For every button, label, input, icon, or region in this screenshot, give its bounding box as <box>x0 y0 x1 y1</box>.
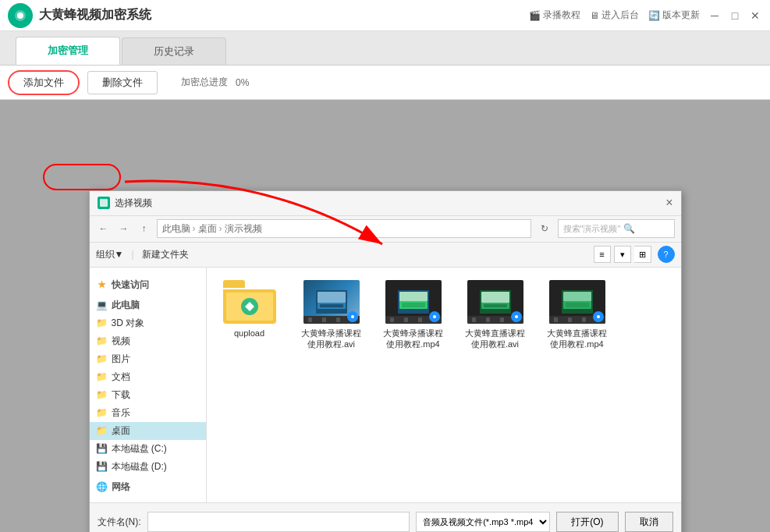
folder-thumbnail <box>222 278 278 325</box>
sidebar-item-music[interactable]: 📁 音乐 <box>90 404 206 422</box>
star-icon: ★ <box>96 278 108 291</box>
video-badge <box>347 311 358 322</box>
svg-rect-25 <box>563 292 591 301</box>
file-item-video1[interactable]: 大黄蜂录播课程使用教程.avi <box>296 275 367 353</box>
file-name-video3: 大黄蜂直播课程使用教程.avi <box>463 328 527 350</box>
file-select-dialog: 选择视频 × ← → ↑ 此电脑 › 桌面 › 演示视频 ↻ <box>89 190 682 533</box>
file-item-video4[interactable]: 大黄蜂直播课程使用教程.mp4 <box>542 275 612 353</box>
add-file-button[interactable]: 添加文件 <box>8 70 80 95</box>
app-title: 大黄蜂视频加密系统 <box>39 7 529 23</box>
folder-video-icon: 📁 <box>96 335 108 347</box>
sidebar-item-desktop[interactable]: 📁 桌面 <box>90 422 206 440</box>
breadcrumb-computer: 此电脑 <box>162 222 190 236</box>
folder-download-icon: 📁 <box>96 388 108 401</box>
refresh-button[interactable]: ↻ <box>536 220 553 237</box>
sidebar-item-videos[interactable]: 📁 视频 <box>90 332 206 350</box>
address-bar: ← → ↑ 此电脑 › 桌面 › 演示视频 ↻ 搜索"演示视频" 🔍 <box>90 216 681 243</box>
file-item-video3[interactable]: 大黄蜂直播课程使用教程.avi <box>460 275 530 353</box>
svg-rect-8 <box>320 304 343 307</box>
sidebar-item-drive-c[interactable]: 💾 本地磁盘 (C:) <box>90 440 206 458</box>
svg-rect-20 <box>484 304 507 307</box>
tab-encryption[interactable]: 加密管理 <box>16 37 120 65</box>
dialog-close-button[interactable]: × <box>665 196 672 210</box>
nav-up-button[interactable]: ↑ <box>137 221 152 236</box>
fm-toolbar: 组织▼ | 新建文件夹 ≡ ▾ ⊞ ? <box>90 243 681 268</box>
sidebar-item-this-pc[interactable]: 💻 此电脑 <box>90 294 206 314</box>
view-list-button[interactable]: ≡ <box>594 246 611 263</box>
tab-history[interactable]: 历史记录 <box>122 37 226 65</box>
svg-point-10 <box>351 315 354 318</box>
sidebar: ★ 快速访问 💻 此电脑 📁 3D 对象 📁 <box>90 268 207 502</box>
fm-body: ★ 快速访问 💻 此电脑 📁 3D 对象 📁 <box>90 268 681 502</box>
titlebar-controls: 🎬 录播教程 🖥 进入后台 🔄 版本更新 <box>529 9 700 22</box>
address-path[interactable]: 此电脑 › 桌面 › 演示视频 <box>157 219 531 238</box>
sidebar-item-drive-d[interactable]: 💾 本地磁盘 (D:) <box>90 458 206 476</box>
open-button[interactable]: 打开(O) <box>556 512 618 532</box>
dialog-overlay: 选择视频 × ← → ↑ 此电脑 › 桌面 › 演示视频 ↻ <box>0 100 770 532</box>
cancel-button[interactable]: 取消 <box>625 512 673 532</box>
delete-file-button[interactable]: 删除文件 <box>87 71 158 94</box>
close-button[interactable]: ✕ <box>748 9 762 23</box>
search-bar[interactable]: 搜索"演示视频" 🔍 <box>558 219 675 238</box>
sidebar-item-pictures[interactable]: 📁 图片 <box>90 350 206 368</box>
dialog-icon <box>98 197 110 209</box>
video2-thumbnail <box>385 278 442 325</box>
folder-music-icon: 📁 <box>96 406 108 419</box>
maximize-button[interactable]: □ <box>728 9 742 23</box>
computer-icon: 💻 <box>96 299 108 311</box>
folder-doc-icon: 📁 <box>96 371 108 383</box>
filetype-select[interactable]: 音频及视频文件(*.mp3 *.mp4 <box>416 512 550 532</box>
video-badge <box>429 311 440 322</box>
svg-point-1 <box>17 12 23 19</box>
app-logo <box>8 3 33 28</box>
help-button[interactable]: ? <box>658 246 675 263</box>
drive-d-icon: 💾 <box>96 460 108 473</box>
sidebar-item-downloads[interactable]: 📁 下载 <box>90 386 206 404</box>
video-badge <box>511 311 522 322</box>
folder-3d-icon: 📁 <box>96 317 108 329</box>
svg-point-22 <box>515 315 518 318</box>
record-tutorial-btn[interactable]: 🎬 录播教程 <box>529 9 580 22</box>
tab-bar: 加密管理 历史记录 <box>0 31 770 66</box>
new-folder-button[interactable]: 新建文件夹 <box>142 248 189 261</box>
nav-back-button[interactable]: ← <box>96 221 112 236</box>
svg-rect-14 <box>402 303 425 307</box>
file-item-qupload[interactable]: qupload <box>215 275 285 353</box>
search-placeholder: 搜索"演示视频" <box>563 223 621 235</box>
view-buttons: ≡ ▾ ⊞ ? <box>594 246 675 263</box>
breadcrumb-folder: 演示视频 <box>225 222 262 236</box>
sidebar-item-quick-access[interactable]: ★ 快速访问 <box>90 274 206 294</box>
sidebar-item-3d[interactable]: 📁 3D 对象 <box>90 314 206 332</box>
network-icon: 🌐 <box>96 481 108 493</box>
view-dropdown-button[interactable]: ▾ <box>614 246 631 263</box>
sidebar-item-network[interactable]: 🌐 网络 <box>90 476 206 496</box>
sidebar-item-documents[interactable]: 📁 文档 <box>90 368 206 386</box>
drive-c-icon: 💾 <box>96 442 108 455</box>
dialog-title: 选择视频 <box>115 197 666 210</box>
backend-btn[interactable]: 🖥 进入后台 <box>590 9 639 22</box>
file-name-video4: 大黄蜂直播课程使用教程.mp4 <box>545 328 609 350</box>
search-icon: 🔍 <box>623 223 635 234</box>
svg-point-28 <box>597 315 600 318</box>
organize-button[interactable]: 组织▼ <box>96 248 124 261</box>
title-bar: 大黄蜂视频加密系统 🎬 录播教程 🖥 进入后台 🔄 版本更新 ─ □ ✕ <box>0 0 770 31</box>
file-grid: qupload <box>215 275 673 353</box>
folder-picture-icon: 📁 <box>96 353 108 365</box>
progress-label: 加密总进度 <box>181 76 228 89</box>
file-area[interactable]: qupload <box>207 268 681 502</box>
minimize-button[interactable]: ─ <box>708 9 722 23</box>
filename-input[interactable] <box>147 512 410 532</box>
svg-rect-26 <box>566 303 589 307</box>
nav-forward-button[interactable]: → <box>116 221 132 236</box>
view-details-button[interactable]: ⊞ <box>634 246 651 263</box>
folder-desktop-icon: 📁 <box>96 424 108 437</box>
video4-thumbnail <box>549 278 605 325</box>
file-item-video2[interactable]: 大黄蜂录播课程使用教程.mp4 <box>378 275 449 353</box>
filename-label: 文件名(N): <box>98 516 141 529</box>
dialog-bottom: 文件名(N): 音频及视频文件(*.mp3 *.mp4 打开(O) 取消 <box>90 502 681 533</box>
svg-rect-7 <box>318 292 346 303</box>
progress-value: 0% <box>236 77 249 88</box>
update-btn[interactable]: 🔄 版本更新 <box>648 9 700 22</box>
svg-rect-19 <box>481 292 509 303</box>
svg-rect-3 <box>100 199 108 207</box>
